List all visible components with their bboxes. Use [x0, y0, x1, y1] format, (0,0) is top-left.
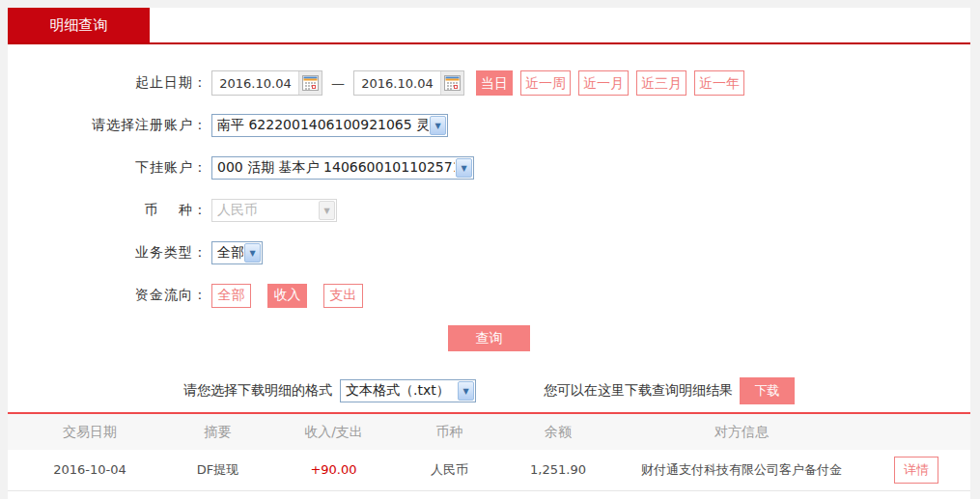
header-currency: 币种 [404, 414, 495, 450]
download-format-label: 请您选择下载明细的格式 [183, 382, 332, 400]
header-income-expense: 收入/支出 [264, 414, 404, 450]
currency-value: 人民币 [217, 202, 318, 219]
cell-currency: 人民币 [404, 450, 495, 490]
cell-balance: 1,251.90 [495, 450, 621, 490]
register-account-select[interactable]: 南平 6222001406100921065 灵通卡 ▼ [211, 114, 448, 137]
chevron-down-icon: ▼ [244, 243, 261, 263]
header-trade-date: 交易日期 [8, 414, 172, 450]
currency-label: 币 种： [8, 202, 211, 219]
header-counterparty: 对方信息 [621, 414, 862, 450]
content-panel: 明细查询 起止日期： 2016.10.04 [8, 8, 970, 499]
fund-flow-label: 资金流向： [8, 287, 211, 304]
chevron-down-icon: ▼ [430, 116, 446, 135]
download-format-select[interactable]: 文本格式（.txt） ▼ [340, 379, 476, 402]
query-form: 起止日期： 2016.10.04 [8, 44, 970, 404]
download-row: 请您选择下载明细的格式 文本格式（.txt） ▼ 您可以在这里下载查询明细结果 … [8, 377, 970, 404]
cell-amount: +90.00 [264, 450, 404, 490]
quick-range-quarter-button[interactable]: 近三月 [636, 70, 686, 96]
fund-flow-all-button[interactable]: 全部 [211, 284, 251, 308]
header-balance: 余额 [495, 414, 621, 450]
chevron-down-icon: ▼ [458, 381, 474, 401]
quick-range-today-button[interactable]: 当日 [476, 70, 513, 96]
query-button-row: 查询 [8, 325, 970, 351]
quick-range-year-button[interactable]: 近一年 [694, 70, 744, 96]
register-account-row: 请选择注册账户： 南平 6222001406100921065 灵通卡 ▼ [8, 113, 970, 138]
business-type-select[interactable]: 全部 ▼ [211, 241, 263, 264]
header-actions [862, 414, 970, 450]
download-hint: 您可以在这里下载查询明细结果 [544, 382, 733, 400]
sub-account-select[interactable]: 000 活期 基本户 1406600101102571848 ▼ [211, 156, 474, 180]
header-summary: 摘要 [172, 414, 264, 450]
date-range-separator: — [331, 75, 345, 91]
download-button[interactable]: 下载 [740, 377, 795, 404]
currency-row: 币 种： 人民币 ▼ [8, 198, 970, 223]
download-format-value: 文本格式（.txt） [346, 382, 457, 400]
fund-flow-expense-button[interactable]: 支出 [323, 284, 363, 308]
fund-flow-income-button[interactable]: 收入 [267, 284, 307, 308]
start-date-input[interactable]: 2016.10.04 [211, 70, 322, 96]
quick-range-week-button[interactable]: 近一周 [520, 70, 571, 96]
table-header-row: 交易日期 摘要 收入/支出 币种 余额 对方信息 [8, 414, 970, 450]
date-range-row: 起止日期： 2016.10.04 [8, 70, 970, 96]
currency-select: 人民币 ▼ [211, 199, 337, 222]
business-type-row: 业务类型： 全部 ▼ [8, 240, 970, 265]
cell-actions: 详情 [862, 450, 970, 490]
cell-summary: DF提现 [172, 450, 264, 490]
detail-button[interactable]: 详情 [894, 457, 938, 484]
quick-range-month-button[interactable]: 近一月 [578, 70, 629, 96]
results-table: 交易日期 摘要 收入/支出 币种 余额 对方信息 2016-10-04 DF提现… [8, 414, 970, 491]
chevron-down-icon: ▼ [456, 158, 472, 178]
cell-counterparty: 财付通支付科技有限公司客户备付金 [621, 450, 862, 490]
start-date-value: 2016.10.04 [212, 76, 298, 91]
business-type-label: 业务类型： [8, 244, 211, 262]
end-date-value: 2016.10.04 [354, 76, 440, 91]
calendar-icon[interactable] [298, 71, 322, 95]
register-account-label: 请选择注册账户： [8, 117, 211, 134]
tab-detail-query[interactable]: 明细查询 [8, 8, 150, 42]
query-button[interactable]: 查询 [448, 325, 530, 351]
chevron-down-icon: ▼ [319, 201, 335, 220]
date-range-label: 起止日期： [8, 74, 211, 92]
register-account-value: 南平 6222001406100921065 灵通卡 [217, 117, 429, 134]
fund-flow-row: 资金流向： 全部 收入 支出 [8, 283, 970, 308]
sub-account-value: 000 活期 基本户 1406600101102571848 [217, 159, 455, 177]
end-date-input[interactable]: 2016.10.04 [353, 70, 464, 96]
table-row: 2016-10-04 DF提现 +90.00 人民币 1,251.90 财付通支… [8, 450, 970, 490]
calendar-icon[interactable] [440, 71, 463, 95]
sub-account-label: 下挂账户： [8, 159, 211, 177]
business-type-value: 全部 [217, 244, 243, 262]
sub-account-row: 下挂账户： 000 活期 基本户 1406600101102571848 ▼ [8, 155, 970, 180]
cell-trade-date: 2016-10-04 [8, 450, 172, 490]
